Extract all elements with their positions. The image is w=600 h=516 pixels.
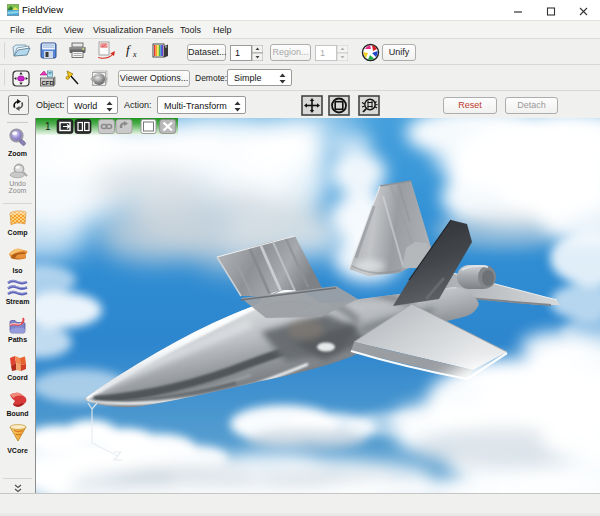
svg-text:1: 1 (45, 121, 51, 132)
svg-text:PDF: PDF (101, 44, 109, 48)
svg-text:x: x (132, 50, 137, 59)
svg-text:CFD: CFD (42, 80, 55, 86)
svg-text:f: f (126, 42, 132, 57)
